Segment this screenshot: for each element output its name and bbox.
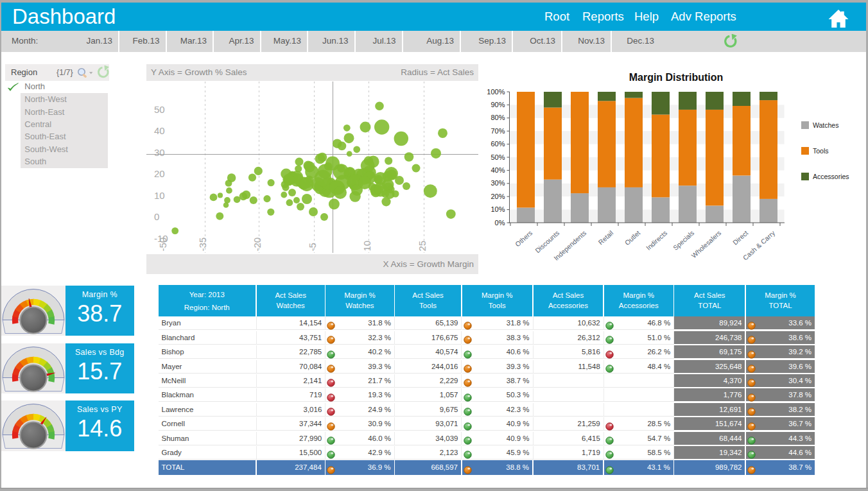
svg-text:40%: 40% — [490, 166, 505, 174]
svg-text:100%: 100% — [487, 88, 505, 96]
svg-text:20%: 20% — [490, 193, 505, 200]
svg-text:70%: 70% — [490, 127, 505, 135]
svg-text:Outlet: Outlet — [623, 229, 641, 247]
svg-text:Accessories: Accessories — [813, 173, 849, 180]
svg-text:Specials: Specials — [672, 229, 696, 252]
svg-text:Others: Others — [514, 229, 534, 248]
svg-text:60%: 60% — [490, 140, 505, 148]
svg-text:Discounts: Discounts — [534, 229, 560, 255]
svg-text:Wholesalers: Wholesalers — [690, 229, 722, 260]
svg-text:10%: 10% — [490, 205, 505, 213]
svg-text:Indirects: Indirects — [645, 229, 669, 252]
svg-text:Direct: Direct — [731, 229, 749, 246]
svg-text:80%: 80% — [490, 114, 505, 121]
svg-text:90%: 90% — [490, 101, 505, 108]
svg-text:Watches: Watches — [813, 121, 838, 129]
svg-text:50%: 50% — [490, 153, 505, 161]
svg-text:Tools: Tools — [813, 147, 829, 155]
svg-text:Retail: Retail — [596, 229, 614, 246]
svg-text:0%: 0% — [495, 219, 505, 227]
svg-text:30%: 30% — [490, 179, 505, 187]
